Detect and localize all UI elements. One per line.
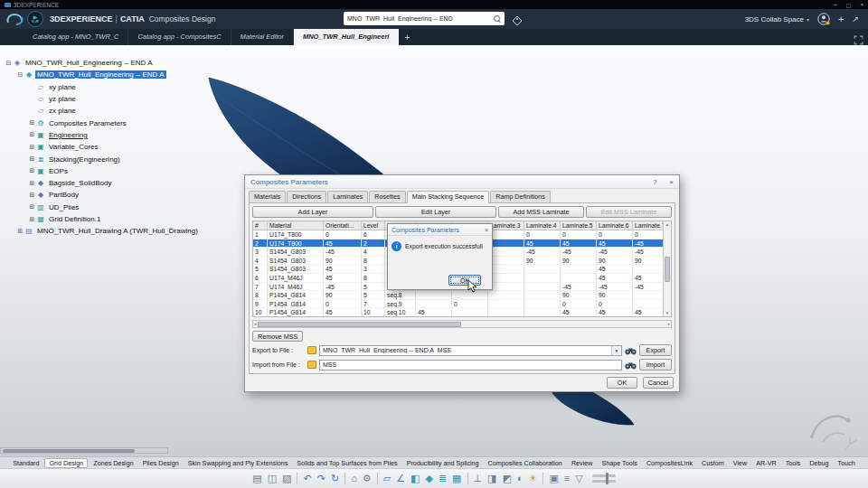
tree-item[interactable]: ⊞▣Engineering: [3, 129, 200, 141]
dialog-tab[interactable]: Main Stacking Sequence: [407, 191, 490, 203]
workbench-tab[interactable]: Tools: [782, 458, 805, 468]
search-input[interactable]: [347, 15, 491, 22]
dialog-tab[interactable]: Directions: [287, 191, 326, 202]
browse-binoculars-icon[interactable]: [625, 361, 637, 370]
tree-item[interactable]: ⊞▦Grid Definition.1: [3, 213, 200, 225]
tree-item[interactable]: ▱zx plane: [3, 105, 200, 117]
add-icon[interactable]: +: [838, 14, 844, 24]
table-vertical-scrollbar[interactable]: ▲ ▼: [663, 221, 671, 316]
browse-binoculars-icon[interactable]: [625, 346, 637, 355]
workbench-tab[interactable]: Standard: [9, 458, 42, 468]
expand-icon[interactable]: ⊞: [16, 228, 24, 235]
collapse-icon[interactable]: ⊟: [5, 60, 13, 67]
add-mss-laminate-button[interactable]: Add MSS Laminate: [498, 206, 584, 218]
message-dialog-titlebar[interactable]: Composites Parameters ×: [388, 224, 492, 236]
workbench-tab[interactable]: Shape Tools: [598, 458, 640, 468]
tree-item[interactable]: ⊟◆MNO_TWR_Hull_Engineering -- END A: [3, 69, 200, 80]
expand-icon[interactable]: ⊞: [28, 119, 36, 127]
scrollbar-thumb[interactable]: [3, 449, 135, 453]
tag-icon[interactable]: [512, 14, 523, 30]
column-header[interactable]: Laminate.5: [561, 221, 597, 230]
surface-tool-icon[interactable]: ◧: [410, 474, 420, 483]
dialog-ok-button[interactable]: OK: [607, 377, 637, 389]
vertical-scrollbar-thumb[interactable]: [665, 257, 670, 282]
horizontal-scrollbar-thumb[interactable]: [258, 322, 461, 327]
zoom-slider[interactable]: [592, 474, 616, 477]
play-vr-button[interactable]: ▶ V+R: [27, 11, 43, 27]
user-avatar-icon[interactable]: [817, 13, 830, 25]
close-button[interactable]: ×: [860, 2, 863, 8]
column-header[interactable]: Material: [268, 221, 324, 230]
ply-stack-tool-icon[interactable]: ≣: [439, 474, 447, 483]
table-row[interactable]: 9P1454_G81407seq.9000: [253, 300, 663, 309]
tree-item[interactable]: ▱yz plane: [3, 93, 200, 105]
workbench-tab[interactable]: Producibility and Splicing: [403, 458, 483, 468]
dialog-tab[interactable]: Laminates: [327, 191, 368, 202]
clipboard-icon[interactable]: ▧: [282, 474, 291, 483]
copy-icon[interactable]: ◫: [268, 474, 277, 483]
column-header[interactable]: #: [253, 221, 268, 230]
dialog-titlebar[interactable]: Composites Parameters ? ×: [245, 175, 679, 189]
tree-item[interactable]: ⊞▣EOPs: [3, 165, 200, 177]
tree-item[interactable]: ⊞◆PartBody: [3, 189, 200, 201]
expand-icon[interactable]: ⊞: [28, 216, 36, 223]
angle-tool-icon[interactable]: ∠: [396, 474, 405, 483]
help-icon[interactable]: ?: [653, 178, 656, 186]
remove-mss-button[interactable]: Remove MSS: [252, 331, 303, 342]
settings-icon[interactable]: ⚙: [363, 474, 372, 483]
fullscreen-icon[interactable]: [854, 33, 863, 49]
tree-item[interactable]: ⊞▣Variable_Cores: [3, 141, 200, 153]
lighting-tool-icon[interactable]: ☀: [529, 474, 538, 483]
workbench-tab[interactable]: Plies Design: [139, 458, 183, 468]
scroll-up-icon[interactable]: ▲: [665, 222, 669, 227]
edit-layer-button[interactable]: Edit Layer: [375, 206, 496, 218]
home-icon[interactable]: ⌂: [351, 474, 357, 483]
tree-item[interactable]: ⊞▤MNO_TWR_Hull_Drawing A (TWR_Hull_Drawi…: [3, 225, 200, 237]
dialog-close-icon[interactable]: ×: [669, 178, 674, 186]
measure-tool-icon[interactable]: ⊥: [474, 474, 483, 483]
undo-icon[interactable]: ↶: [303, 474, 311, 483]
views-tool-icon[interactable]: ◩: [503, 474, 512, 483]
expand-icon[interactable]: ⊞: [28, 144, 36, 151]
expand-icon[interactable]: ⊞: [28, 180, 36, 187]
export-file-combo[interactable]: MNO_TWR_Hull_Engineering -- END A_MSS ▾: [319, 345, 622, 356]
document-tab[interactable]: Catalog app - MNO_TWR_C: [24, 29, 128, 45]
section-tool-icon[interactable]: ◨: [487, 474, 496, 483]
layers-tool-icon[interactable]: ≡: [564, 474, 570, 483]
document-tab[interactable]: Catalog app - CompositesC: [128, 29, 231, 45]
expand-icon[interactable]: ⊞: [28, 192, 36, 199]
viewport-scrollbar[interactable]: [0, 447, 168, 454]
column-header[interactable]: Laminate.4: [524, 221, 561, 230]
tree-item[interactable]: ⊞◆Bagside_SolidBody: [3, 177, 200, 189]
table-row[interactable]: 10P1454_G8144510seq.104545454545: [253, 308, 663, 316]
combo-dropdown-icon[interactable]: ▾: [611, 346, 621, 355]
workbench-tab[interactable]: AR-VR: [752, 458, 779, 468]
import-button[interactable]: Import: [639, 359, 672, 371]
dialog-tab[interactable]: Ramp Definitions: [490, 191, 551, 202]
search-icon[interactable]: [494, 15, 501, 23]
document-tab[interactable]: MNO_TWR_Hull_Engineeri: [294, 29, 399, 45]
expand-icon[interactable]: ⊞: [28, 203, 36, 211]
3ds-logo-icon[interactable]: [4, 12, 25, 27]
workbench-tab[interactable]: Skin Swapping and Ply Extensions: [184, 458, 292, 468]
tree-item[interactable]: ⊞≣Stacking(Engineering): [3, 153, 200, 164]
column-header[interactable]: Laminate.3: [488, 221, 524, 230]
solid-tool-icon[interactable]: ◆: [425, 474, 432, 483]
update-icon[interactable]: ↻: [331, 474, 339, 483]
collapse-icon[interactable]: ⊟: [16, 71, 24, 79]
workbench-tab[interactable]: Grid Design: [44, 458, 88, 468]
expand-icon[interactable]: ⊞: [28, 167, 36, 174]
workbench-tab[interactable]: CompositesLink: [643, 458, 696, 468]
tree-item[interactable]: ⊟◈MNO_TWR_Hull_Engineering -- END A: [3, 57, 200, 69]
shading-tool-icon[interactable]: ◐: [517, 474, 524, 483]
zoom-slider-group[interactable]: [592, 474, 616, 483]
column-header[interactable]: Laminate.6: [597, 221, 633, 230]
paste-icon[interactable]: ▤: [252, 474, 261, 483]
workbench-tab[interactable]: Touch: [835, 458, 859, 468]
redo-icon[interactable]: ↷: [317, 474, 326, 483]
scroll-left-icon[interactable]: ◂: [254, 322, 256, 326]
import-file-combo[interactable]: MSS: [319, 360, 622, 371]
frame-tool-icon[interactable]: ▣: [549, 474, 558, 483]
table-horizontal-scrollbar[interactable]: ◂ ▸: [252, 320, 672, 328]
maximize-button[interactable]: ▢: [846, 2, 852, 8]
